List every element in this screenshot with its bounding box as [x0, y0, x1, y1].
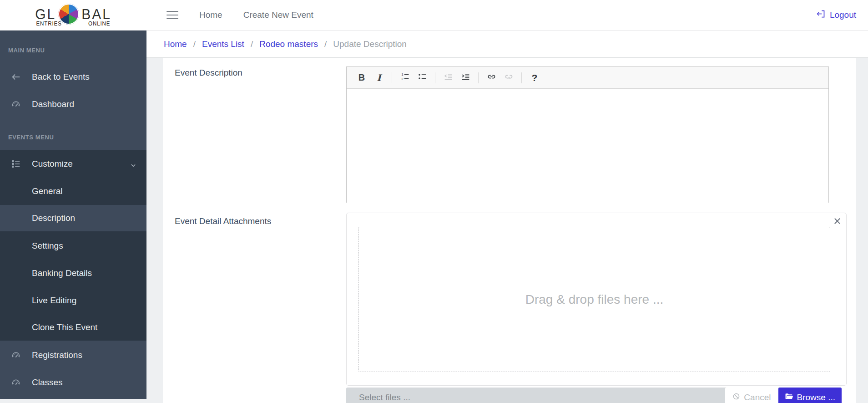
attachments-upload-card: Drag & drop files here ...	[346, 213, 847, 386]
svg-text:2: 2	[401, 77, 403, 81]
italic-button[interactable]: I	[371, 71, 387, 85]
breadcrumb-events-list[interactable]: Events List	[202, 39, 244, 49]
sidebar-item-general[interactable]: General	[0, 178, 146, 205]
cancel-button[interactable]: Cancel	[725, 388, 778, 403]
chevron-down-icon	[130, 161, 136, 167]
gauge-icon	[11, 99, 21, 109]
hamburger-menu-icon[interactable]	[167, 11, 178, 19]
unlink-button[interactable]	[501, 71, 516, 85]
cancel-slash-icon	[732, 393, 740, 403]
select-files-text: Select files ...	[359, 393, 410, 403]
help-button[interactable]: ?	[527, 71, 542, 85]
toolbar-divider	[435, 72, 435, 83]
breadcrumb-rodeo-masters[interactable]: Rodeo masters	[259, 39, 318, 49]
italic-icon: I	[377, 72, 381, 83]
sidebar-item-description[interactable]: Description	[0, 205, 146, 231]
sidebar-item-settings[interactable]: Settings	[0, 232, 146, 260]
logo-text-gl: GL	[35, 6, 56, 22]
close-icon[interactable]	[832, 216, 842, 226]
breadcrumb-separator: /	[251, 39, 253, 49]
top-nav: Home Create New Event	[199, 10, 313, 20]
logout-button[interactable]: Logout	[816, 9, 856, 21]
breadcrumb-separator: /	[193, 39, 196, 49]
toolbar-divider	[392, 72, 392, 83]
gauge-icon	[11, 377, 21, 388]
rich-text-editor: B I 1 2	[346, 66, 829, 203]
editor-content-area[interactable]	[347, 89, 828, 203]
checklist-icon	[11, 159, 21, 169]
sidebar-section-main-menu: MAIN MENU	[8, 47, 45, 54]
breadcrumb-home[interactable]: Home	[164, 39, 187, 49]
upload-select-bar[interactable]: Select files ... Cancel Browse ...	[346, 388, 842, 403]
folder-icon	[785, 392, 793, 403]
file-dropzone[interactable]: Drag & drop files here ...	[358, 227, 830, 372]
breadcrumb-current-page: Update Description	[333, 39, 407, 49]
breadcrumb-separator: /	[324, 39, 327, 49]
sidebar-item-dashboard[interactable]: Dashboard	[0, 91, 146, 118]
ordered-list-icon: 1 2	[400, 72, 410, 84]
dropzone-hint-text: Drag & drop files here ...	[525, 292, 663, 307]
logo-text-entries: ENTRIES	[36, 20, 62, 27]
bold-button[interactable]: B	[354, 71, 369, 85]
outdent-icon	[444, 72, 453, 84]
sidebar-item-classes[interactable]: Classes	[0, 369, 146, 396]
nav-home[interactable]: Home	[199, 10, 222, 20]
main-content-panel: Event Description B I 1 2	[163, 58, 856, 403]
bold-icon: B	[358, 72, 365, 83]
sidebar-item-banking-details[interactable]: Banking Details	[0, 260, 146, 287]
sidebar-item-back-to-events[interactable]: Back to Events	[0, 63, 146, 91]
nav-create-new-event[interactable]: Create New Event	[243, 10, 313, 20]
editor-toolbar: B I 1 2	[347, 67, 828, 89]
browse-button[interactable]: Browse ...	[778, 388, 842, 403]
ordered-list-button[interactable]: 1 2	[397, 71, 413, 85]
breadcrumb: Home / Events List / Rodeo masters / Upd…	[146, 31, 868, 58]
app-logo[interactable]: GL BAL ENTRIES ONLINE	[0, 0, 146, 31]
logout-label: Logout	[830, 10, 856, 20]
insert-link-button[interactable]	[484, 71, 499, 85]
help-icon: ?	[532, 72, 538, 83]
link-icon	[487, 72, 496, 84]
sidebar-item-clone-this-event[interactable]: Clone This Event	[0, 314, 146, 341]
indent-button[interactable]	[458, 71, 473, 85]
gauge-icon	[11, 350, 21, 360]
bullet-list-button[interactable]	[414, 71, 430, 85]
unlink-icon	[504, 72, 514, 84]
sidebar-item-customize[interactable]: Customize	[0, 150, 146, 178]
svg-text:1: 1	[401, 72, 403, 77]
event-description-label: Event Description	[175, 68, 242, 78]
toolbar-divider	[521, 72, 522, 83]
indent-icon	[461, 72, 470, 84]
event-detail-attachments-label: Event Detail Attachments	[175, 216, 271, 226]
bullet-list-icon	[418, 72, 427, 84]
back-arrow-icon	[11, 72, 21, 82]
sidebar-item-registrations[interactable]: Registrations	[0, 342, 146, 369]
outdent-button[interactable]	[440, 71, 456, 85]
logout-icon	[816, 9, 826, 21]
sidebar: MAIN MENU Back to Events Dashboard EVENT…	[0, 31, 146, 399]
sidebar-item-live-editing[interactable]: Live Editing	[0, 287, 146, 314]
logo-text-bal: BAL	[81, 6, 111, 22]
logo-text-online: ONLINE	[88, 20, 110, 27]
top-navbar: GL BAL ENTRIES ONLINE Home Create New Ev…	[0, 0, 868, 31]
toolbar-divider	[478, 72, 479, 83]
sidebar-section-events-menu: EVENTS MENU	[8, 134, 54, 141]
